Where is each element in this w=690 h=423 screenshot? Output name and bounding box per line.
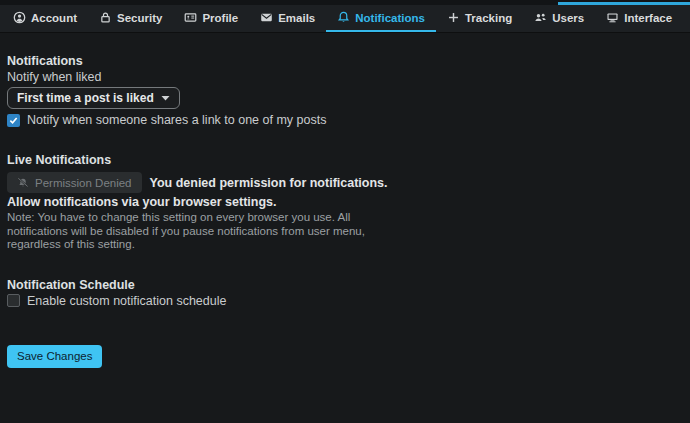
lock-icon: [99, 11, 112, 24]
note-line-3: regardless of this setting.: [7, 238, 683, 252]
permission-denied-button[interactable]: Permission Denied: [7, 172, 142, 193]
enable-schedule-checkbox-label: Enable custom notification schedule: [27, 294, 226, 308]
desktop-icon: [606, 11, 619, 24]
tab-tracking[interactable]: Tracking: [436, 5, 523, 32]
tab-label: Account: [31, 12, 77, 24]
envelope-icon: [260, 11, 273, 24]
notifications-heading: Notifications: [7, 54, 683, 68]
tab-users[interactable]: Users: [523, 5, 595, 32]
tab-profile[interactable]: Profile: [173, 5, 249, 32]
share-link-checkbox[interactable]: [7, 114, 20, 127]
share-link-checkbox-row: Notify when someone shares a link to one…: [7, 113, 683, 127]
top-accent-line: [558, 2, 690, 5]
user-circle-icon: [13, 11, 26, 24]
tab-label: Security: [117, 12, 162, 24]
tab-label: Interface: [624, 12, 672, 24]
allow-message: Allow notifications via your browser set…: [7, 195, 683, 209]
settings-tab-bar: Account Security Profile Emails Notifica…: [0, 5, 690, 33]
note-line-2: notifications will be disabled if you pa…: [7, 225, 683, 239]
save-changes-button[interactable]: Save Changes: [7, 345, 102, 368]
permission-denied-label: Permission Denied: [35, 177, 132, 189]
tab-interface[interactable]: Interface: [595, 5, 683, 32]
notifications-settings-panel: Notifications Notify when liked First ti…: [0, 33, 690, 368]
tab-account[interactable]: Account: [2, 5, 88, 32]
tab-label: Profile: [202, 12, 238, 24]
tab-label: Emails: [278, 12, 315, 24]
permission-row: Permission Denied You denied permission …: [7, 172, 683, 193]
notify-when-liked-label: Notify when liked: [7, 70, 683, 84]
tab-emails[interactable]: Emails: [249, 5, 326, 32]
tab-label: Tracking: [465, 12, 512, 24]
tab-navigation-menu[interactable]: Navigation Menu: [683, 5, 690, 32]
chevron-down-icon: [161, 95, 170, 101]
notification-schedule-heading: Notification Schedule: [7, 278, 683, 292]
note-line-1: Note: You have to change this setting on…: [7, 211, 683, 225]
share-link-checkbox-label: Notify when someone shares a link to one…: [27, 113, 326, 127]
tab-label: Notifications: [355, 12, 425, 24]
users-icon: [534, 11, 547, 24]
enable-schedule-checkbox-row: Enable custom notification schedule: [7, 294, 683, 308]
plus-icon: [447, 11, 460, 24]
tab-security[interactable]: Security: [88, 5, 173, 32]
enable-schedule-checkbox[interactable]: [7, 294, 20, 307]
tab-label: Users: [552, 12, 584, 24]
id-card-icon: [184, 11, 197, 24]
bell-slash-icon: [17, 177, 29, 189]
bell-icon: [337, 11, 350, 24]
live-notifications-heading: Live Notifications: [7, 153, 683, 167]
dropdown-selected-value: First time a post is liked: [17, 91, 154, 105]
notify-when-liked-dropdown[interactable]: First time a post is liked: [7, 87, 180, 109]
browser-note: Note: You have to change this setting on…: [7, 211, 683, 252]
tab-notifications[interactable]: Notifications: [326, 5, 436, 32]
denied-message: You denied permission for notifications.: [150, 176, 388, 190]
